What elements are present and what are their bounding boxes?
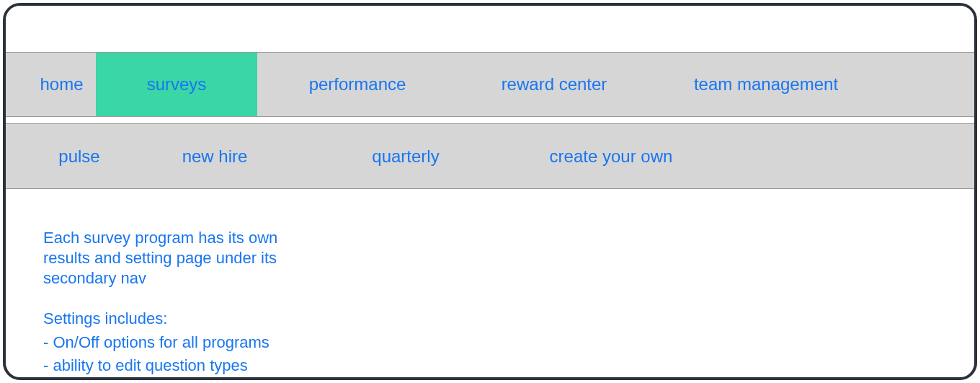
subtab-quarterly[interactable]: quarterly xyxy=(308,146,503,167)
header-spacer xyxy=(6,6,974,52)
description-settings-heading: Settings includes: xyxy=(43,309,316,329)
app-window: home surveys performance reward center t… xyxy=(3,3,977,380)
tab-performance[interactable]: performance xyxy=(257,53,458,116)
description-bullet-1: - On/Off options for all programs xyxy=(43,333,316,353)
description-bullet-2: - ability to edit question types xyxy=(43,356,316,376)
nav-separator xyxy=(6,117,974,124)
tab-home[interactable]: home xyxy=(6,53,96,116)
tab-surveys[interactable]: surveys xyxy=(96,53,257,116)
description-paragraph-1: Each survey program has its own results … xyxy=(43,228,316,289)
subtab-pulse[interactable]: pulse xyxy=(6,146,121,167)
subtab-create-your-own[interactable]: create your own xyxy=(503,146,719,167)
tab-reward-center[interactable]: reward center xyxy=(458,53,651,116)
subtab-new-hire[interactable]: new hire xyxy=(121,146,308,167)
content-description: Each survey program has its own results … xyxy=(6,189,316,376)
primary-nav: home surveys performance reward center t… xyxy=(6,52,974,117)
secondary-nav: pulse new hire quarterly create your own xyxy=(6,124,974,189)
tab-team-management[interactable]: team management xyxy=(651,53,881,116)
